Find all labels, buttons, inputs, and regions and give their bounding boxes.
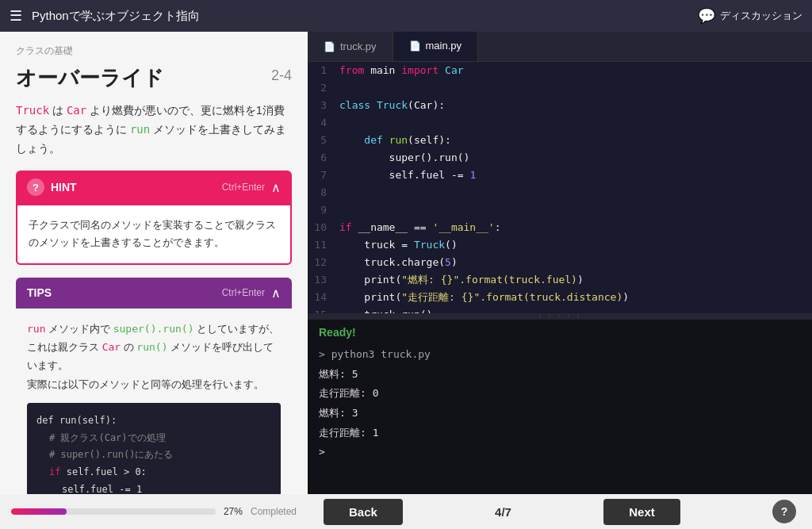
hint-label: HINT <box>51 181 222 194</box>
hint-body: 子クラスで同名のメソッドを実装することで親クラスのメソッドを上書きすることができ… <box>16 204 292 264</box>
line-number: 9 <box>308 201 336 219</box>
line-content: def run(self): <box>336 132 451 149</box>
line-content: super().run() <box>336 149 469 167</box>
hint-box: ? HINT Ctrl+Enter ∧ 子クラスで同名のメソッドを実装することで… <box>16 171 292 264</box>
code-editor[interactable]: 1from main import Car2 3class Truck(Car)… <box>308 62 812 313</box>
output-status: Ready! <box>308 320 812 342</box>
output-panel: Ready! > python3 truck.py燃料: 5走行距離: 0燃料:… <box>308 320 812 494</box>
tips-code-block: def run(self): # 親クラス(Car)での処理 # super()… <box>27 403 281 494</box>
line-number: 11 <box>308 236 336 254</box>
line-content <box>336 184 346 201</box>
code-line: 14 print("走行距離: {}".format(truck.distanc… <box>308 289 812 306</box>
line-content: class Truck(Car): <box>336 97 445 114</box>
discussion-button[interactable]: 💬 ディスカッション <box>698 7 802 25</box>
code-line: 8 <box>308 184 812 201</box>
hint-shortcut: Ctrl+Enter <box>222 182 265 193</box>
code-line: 1from main import Car <box>308 62 812 79</box>
code-line: 6 super().run() <box>308 149 812 167</box>
code-line: 3class Truck(Car): <box>308 97 812 114</box>
line-content: if __name__ == '__main__': <box>336 219 501 236</box>
tips-box: TIPS Ctrl+Enter ∧ run メソッド内で super().run… <box>16 278 292 494</box>
next-button[interactable]: Next <box>603 499 680 525</box>
line-content: truck.charge(5) <box>336 254 458 271</box>
file-icon: 📄 <box>324 41 335 52</box>
left-panel: クラスの基礎 オーバーライド 2-4 Truck は Car より燃費が悪いので… <box>0 32 308 494</box>
output-line: > <box>319 443 801 462</box>
line-content: self.fuel -= 1 <box>336 167 476 184</box>
code-line: 5 def run(self): <box>308 132 812 149</box>
hint-header[interactable]: ? HINT Ctrl+Enter ∧ <box>16 171 292 204</box>
line-number: 5 <box>308 132 336 149</box>
tips-shortcut: Ctrl+Enter <box>222 287 265 298</box>
output-line: 走行距離: 1 <box>319 424 801 443</box>
progress-section: 27% Completed <box>0 506 308 517</box>
output-command: > python3 truck.py <box>319 345 801 365</box>
nav-section: Back 4/7 Next ? <box>308 499 812 525</box>
right-panel: 📄 truck.py 📄 main.py 1from main import C… <box>308 32 812 494</box>
hint-body-text: 子クラスで同名のメソッドを実装することで親クラスのメソッドを上書きすることができ… <box>29 217 279 251</box>
tab-label: truck.py <box>340 40 377 52</box>
progress-bar-fill <box>11 508 67 515</box>
line-content <box>336 79 346 97</box>
tab-bar: 📄 truck.py 📄 main.py <box>308 32 812 62</box>
line-number: 10 <box>308 219 336 236</box>
tips-body: run メソッド内で super().run() としていますが、これは親クラス… <box>16 309 292 494</box>
panel-divider[interactable]: ⋮⋮⋮⋮⋮ <box>308 313 812 320</box>
line-number: 13 <box>308 271 336 289</box>
lesson-header: オーバーライド 2-4 <box>16 64 292 92</box>
file-icon: 📄 <box>409 40 421 52</box>
hint-icon: ? <box>27 178 44 196</box>
line-content: truck.run() <box>336 306 432 313</box>
line-number: 3 <box>308 97 336 114</box>
progress-completed: Completed <box>251 506 297 517</box>
code-line: 13 print("燃料: {}".format(truck.fuel)) <box>308 271 812 289</box>
progress-bar-bg <box>11 508 216 515</box>
line-number: 4 <box>308 114 336 132</box>
progress-percentage: 27% <box>224 506 243 517</box>
code-line: 11 truck = Truck() <box>308 236 812 254</box>
line-number: 14 <box>308 289 336 306</box>
line-number: 2 <box>308 79 336 97</box>
tips-header[interactable]: TIPS Ctrl+Enter ∧ <box>16 278 292 309</box>
tab-main-py[interactable]: 📄 main.py <box>393 32 479 61</box>
main-content: クラスの基礎 オーバーライド 2-4 Truck は Car より燃費が悪いので… <box>0 32 812 494</box>
line-content: truck = Truck() <box>336 236 458 254</box>
lesson-number: 2-4 <box>271 67 292 84</box>
line-number: 12 <box>308 254 336 271</box>
back-button[interactable]: Back <box>324 499 403 525</box>
line-content <box>336 201 346 219</box>
breadcrumb: クラスの基礎 <box>16 44 292 58</box>
line-number: 1 <box>308 62 336 79</box>
line-number: 6 <box>308 149 336 167</box>
line-content <box>336 114 346 132</box>
output-line: 燃料: 3 <box>319 404 801 424</box>
discussion-icon: 💬 <box>698 7 715 25</box>
page-indicator: 4/7 <box>495 505 511 519</box>
line-number: 15 <box>308 306 336 313</box>
code-line: 10if __name__ == '__main__': <box>308 219 812 236</box>
topbar: ☰ Pythonで学ぶオブジェクト指向 💬 ディスカッション <box>0 0 812 32</box>
code-line: 2 <box>308 79 812 97</box>
menu-icon[interactable]: ☰ <box>10 7 22 25</box>
tips-label: TIPS <box>27 286 222 299</box>
lesson-title: オーバーライド <box>16 64 164 92</box>
line-content: print("走行距離: {}".format(truck.distance)) <box>336 289 629 306</box>
line-number: 7 <box>308 167 336 184</box>
discussion-label: ディスカッション <box>720 9 802 23</box>
code-line: 9 <box>308 201 812 219</box>
code-line: 4 <box>308 114 812 132</box>
output-body: > python3 truck.py燃料: 5走行距離: 0燃料: 3走行距離:… <box>308 342 812 494</box>
output-line: 燃料: 5 <box>319 365 801 385</box>
lesson-description: Truck は Car より燃費が悪いので、更に燃料を1消費するようにするように… <box>16 102 292 158</box>
code-line: 7 self.fuel -= 1 <box>308 167 812 184</box>
line-number: 8 <box>308 184 336 201</box>
tips-body-text: run メソッド内で super().run() としていますが、これは親クラス… <box>27 320 281 394</box>
topbar-title: Pythonで学ぶオブジェクト指向 <box>32 9 200 24</box>
help-button[interactable]: ? <box>772 500 796 523</box>
bottom-bar: 27% Completed Back 4/7 Next ? <box>0 494 812 529</box>
tips-chevron-icon: ∧ <box>271 286 281 301</box>
code-line: 12 truck.charge(5) <box>308 254 812 271</box>
tab-truck-py[interactable]: 📄 truck.py <box>308 32 393 61</box>
line-content: from main import Car <box>336 62 464 79</box>
line-content: print("燃料: {}".format(truck.fuel)) <box>336 271 584 289</box>
